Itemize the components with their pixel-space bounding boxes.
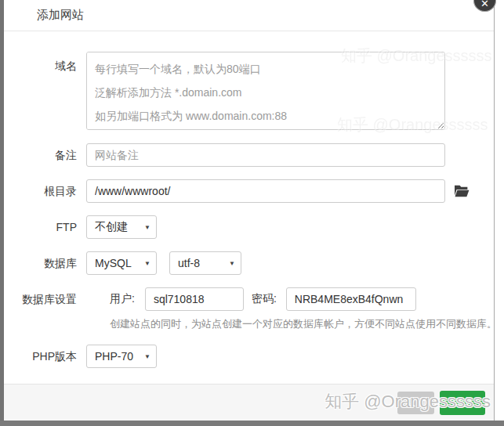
db-settings-row: 数据库设置 用户: 密码: [4, 287, 494, 311]
remark-row: 备注 [4, 143, 494, 167]
database-engine-value: MySQL [95, 257, 132, 269]
remark-input[interactable] [86, 143, 445, 167]
domain-row: 域名 [4, 52, 494, 130]
db-help-row: 创建站点的同时，为站点创建一个对应的数据库帐户，方便不同站点使用不同数据库。 [4, 317, 494, 331]
dialog-title: 添加网站 [37, 8, 84, 23]
db-help-text: 创建站点的同时，为站点创建一个对应的数据库帐户，方便不同站点使用不同数据库。 [110, 317, 497, 331]
db-password-label: 密码: [252, 292, 277, 306]
php-version-select[interactable]: PHP-70 ▼ [86, 345, 157, 368]
dropdown-arrow-icon: ▼ [229, 260, 235, 267]
submit-button[interactable]: 提交 [440, 391, 485, 415]
db-password-input[interactable] [286, 287, 416, 311]
dialog-footer: 取消 提交 [4, 384, 494, 421]
db-settings-label: 数据库设置 [4, 287, 86, 311]
ftp-select-value: 不创建 [95, 220, 128, 234]
php-version-row: PHP版本 PHP-70 ▼ [4, 345, 494, 368]
database-charset-select[interactable]: utf-8 ▼ [169, 251, 241, 275]
db-user-input[interactable] [145, 287, 244, 311]
close-icon: ✕ [480, 0, 489, 9]
root-path-controls [86, 179, 470, 203]
ftp-label: FTP [4, 215, 86, 239]
database-label: 数据库 [4, 251, 86, 275]
remark-label: 备注 [4, 143, 86, 167]
dialog-header: 添加网站 [4, 0, 494, 31]
dimmed-backdrop-bottom [0, 421, 504, 426]
root-path-label: 根目录 [4, 179, 86, 203]
php-version-label: PHP版本 [4, 345, 86, 368]
ftp-row: FTP 不创建 ▼ [4, 215, 494, 239]
database-engine-select[interactable]: MySQL ▼ [86, 251, 157, 275]
dropdown-arrow-icon: ▼ [144, 260, 150, 267]
folder-open-icon[interactable] [454, 184, 470, 198]
root-path-row: 根目录 [4, 179, 494, 203]
domain-label: 域名 [4, 52, 86, 130]
add-website-dialog: ✕ 添加网站 域名 备注 根目录 [4, 0, 495, 421]
db-help-spacer [4, 317, 86, 331]
database-charset-value: utf-8 [178, 257, 200, 269]
ftp-select[interactable]: 不创建 ▼ [86, 215, 157, 239]
dropdown-arrow-icon: ▼ [144, 224, 150, 231]
cancel-button[interactable]: 取消 [397, 392, 434, 414]
db-user-label: 用户: [110, 292, 135, 306]
dropdown-arrow-icon: ▼ [144, 353, 150, 360]
php-version-value: PHP-70 [95, 350, 133, 363]
db-settings-controls: 用户: 密码: [86, 287, 416, 311]
domain-textarea[interactable] [86, 52, 445, 130]
dialog-body: 域名 备注 根目录 FTP 不创建 ▼ [4, 31, 494, 368]
database-row: 数据库 MySQL ▼ utf-8 ▼ [4, 251, 494, 275]
root-path-input[interactable] [86, 179, 445, 203]
